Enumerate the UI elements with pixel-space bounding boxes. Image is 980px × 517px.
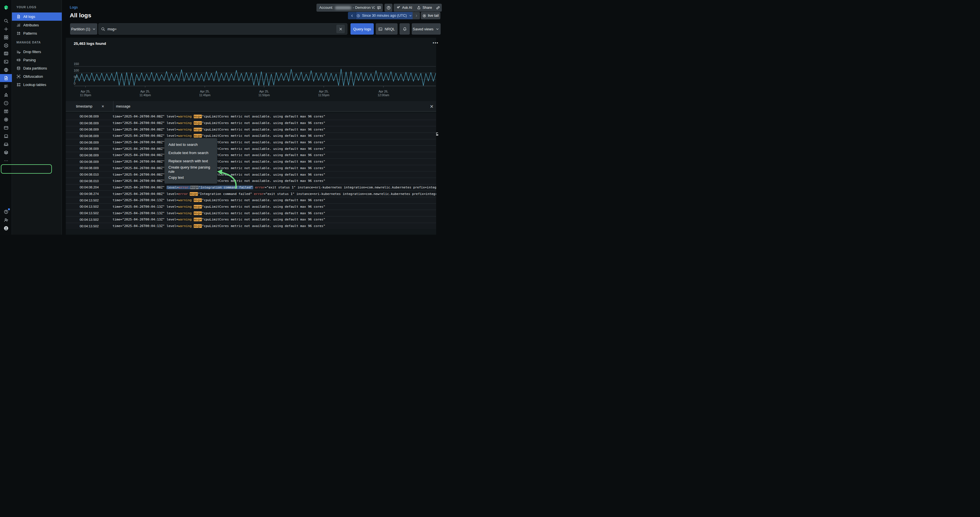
- x-axis-tick-label: Apr 25,11:55pm: [311, 90, 337, 97]
- sidebar-item-obfuscation[interactable]: Obfuscation: [12, 72, 62, 81]
- clear-search-button[interactable]: [336, 25, 345, 33]
- nav-rail: [0, 0, 12, 235]
- copy-link-button[interactable]: [434, 4, 442, 12]
- menu-item-replace-search-with-text[interactable]: Replace search with text: [164, 157, 217, 165]
- column-header-message[interactable]: message: [113, 101, 425, 112]
- menu-item-exclude-text-from-search[interactable]: Exclude text from search: [164, 149, 217, 157]
- rail-infrastructure-servers-icon[interactable]: [0, 107, 12, 115]
- table-row[interactable]: 00:04:08.009time="2025-04-26T00:04:08Z" …: [66, 152, 436, 158]
- sidebar-item-lookup-tables[interactable]: Lookup tables: [12, 81, 62, 89]
- log-search-input[interactable]: msg=: [99, 23, 347, 35]
- sidebar-item-parsing[interactable]: Parsing: [12, 56, 62, 64]
- obfuscation-eye-icon: [16, 74, 21, 78]
- message-cell: time="2025-04-26T00:04:13Z" level=warnin…: [113, 224, 436, 228]
- remove-column-button[interactable]: ✕: [102, 104, 104, 109]
- rail-help-question-icon[interactable]: [0, 208, 12, 216]
- timestamp-cell: 00:04:08.009: [66, 115, 113, 118]
- alert-bell-button[interactable]: [399, 23, 410, 35]
- sidebar-item-attributes[interactable]: Attributes: [12, 21, 62, 29]
- rail-entity-hexagon-icon[interactable]: [0, 41, 12, 49]
- rail-apm-target-icon[interactable]: [0, 115, 12, 124]
- share-icon: [417, 6, 421, 10]
- rail-mobile-device-icon[interactable]: [0, 132, 12, 140]
- table-row[interactable]: 00:04:08.009time="2025-04-26T00:04:08Z" …: [66, 139, 436, 145]
- time-picker: Since 30 minutes ago (UTC): [348, 12, 420, 19]
- menu-item-create-query-time-parsing-rule[interactable]: Create query time parsing rule: [164, 165, 217, 173]
- share-button[interactable]: Share: [414, 4, 435, 12]
- chart-plot-area[interactable]: [74, 64, 436, 88]
- panel-more-menu[interactable]: •••: [433, 41, 439, 45]
- query-logs-button[interactable]: Query logs: [350, 23, 374, 35]
- help-button[interactable]: [385, 4, 393, 12]
- live-tail-button[interactable]: live tail: [421, 12, 441, 19]
- sidebar-item-drop-filters[interactable]: Drop filters: [12, 48, 62, 56]
- nrql-button[interactable]: NRQL: [376, 23, 398, 35]
- bell-icon: [402, 27, 407, 31]
- drop-filter-icon: [16, 49, 21, 54]
- timestamp-cell: 00:04:08.274: [66, 192, 113, 196]
- table-row[interactable]: 00:04:08.009time="2025-04-26T00:04:08Z" …: [66, 158, 436, 165]
- rail-browser-window-icon[interactable]: [0, 124, 12, 132]
- table-row[interactable]: 00:04:08.009time="2025-04-26T00:04:08Z" …: [66, 165, 436, 171]
- table-row[interactable]: 00:04:08.274time="2025-04-26T00:04:08Z" …: [66, 190, 436, 197]
- table-row[interactable]: 00:04:08.009time="2025-04-26T00:04:08Z" …: [66, 126, 436, 132]
- rail-terminal-icon[interactable]: [0, 57, 12, 66]
- column-header-timestamp[interactable]: timestamp✕: [76, 101, 104, 112]
- terminal-icon: [378, 27, 383, 31]
- sidebar-item-patterns[interactable]: Patterns: [12, 29, 62, 37]
- ask-ai-button[interactable]: Ask AI: [394, 4, 415, 12]
- table-row[interactable]: 00:04:08.009time="2025-04-26T00:04:08Z" …: [66, 113, 436, 120]
- log-table-body: 00:04:08.009time="2025-04-26T00:04:08Z" …: [66, 113, 436, 229]
- table-close-button[interactable]: ✕: [430, 104, 434, 109]
- table-row[interactable]: 00:04:08.009time="2025-04-26T00:04:08Z" …: [66, 120, 436, 126]
- sidebar-item-all-logs[interactable]: All logs: [12, 13, 62, 21]
- rail-ai-robot-icon[interactable]: [0, 91, 12, 99]
- menu-item-add-text-to-search[interactable]: Add text to search: [164, 140, 217, 149]
- saved-views-dropdown[interactable]: Saved views: [412, 23, 441, 35]
- message-cell: time="2025-04-26T00:04:08Z" level=warnin…: [113, 115, 436, 118]
- time-back-button[interactable]: [348, 12, 356, 19]
- timestamp-cell: 00:04:08.010: [66, 173, 113, 176]
- table-row[interactable]: 00:04:13.502time="2025-04-26T00:04:13Z" …: [66, 203, 436, 210]
- menu-item-copy-text[interactable]: Copy text: [164, 173, 217, 182]
- table-header: timestamp✕ message ✕: [66, 101, 436, 112]
- rail-entity-explorer-icon[interactable]: [0, 49, 12, 57]
- table-row[interactable]: 00:04:08.009time="2025-04-26T00:04:08Z" …: [66, 132, 436, 139]
- rail-invite-user-icon[interactable]: [0, 216, 12, 224]
- account-picker[interactable]: Account: - Demotron V2: [317, 4, 380, 12]
- breadcrumb[interactable]: Logs: [70, 5, 78, 10]
- timestamp-cell: 00:04:08.009: [66, 128, 113, 131]
- message-cell: time="2025-04-26T00:04:08Z" level=warnin…: [113, 134, 436, 137]
- rail-more-ellipsis-icon[interactable]: [0, 156, 12, 165]
- table-row[interactable]: 00:04:08.204time="2025-04-26T00:04:08Z" …: [66, 184, 436, 191]
- log-volume-chart: 150100500 Apr 25,11:35pmApr 25,11:40pmAp…: [66, 49, 436, 97]
- rail-user-avatar-icon[interactable]: [0, 224, 12, 232]
- table-row[interactable]: 00:04:08.009time="2025-04-26T00:04:08Z" …: [66, 145, 436, 152]
- message-cell: time="2025-04-26T00:04:08Z" level=warnin…: [113, 179, 436, 183]
- rail-logs-document-icon[interactable]: [0, 74, 12, 82]
- table-row[interactable]: 00:04:13.502time="2025-04-26T00:04:13Z" …: [66, 197, 436, 203]
- rail-inbox-icon[interactable]: [0, 140, 12, 148]
- table-row[interactable]: 00:04:08.010time="2025-04-26T00:04:08Z" …: [66, 171, 436, 178]
- sidebar-item-data-partitions[interactable]: Data partitions: [12, 64, 62, 72]
- time-range-button[interactable]: Since 30 minutes ago (UTC): [356, 12, 413, 19]
- rail-search-icon[interactable]: [0, 17, 12, 25]
- y-axis-tick-label: 50: [74, 75, 86, 78]
- rail-globe-icon[interactable]: [0, 66, 12, 74]
- table-row[interactable]: 00:04:13.502time="2025-04-26T00:04:13Z" …: [66, 216, 436, 223]
- table-row[interactable]: 00:04:13.502time="2025-04-26T00:04:13Z" …: [66, 210, 436, 216]
- rail-new-relic-logo-icon[interactable]: [0, 3, 12, 12]
- message-cell: time="2025-04-26T00:04:08Z" level=error …: [113, 192, 436, 196]
- rail-alert-octagon-icon[interactable]: [0, 99, 12, 107]
- rail-plus-icon[interactable]: [0, 25, 12, 33]
- partition-dropdown[interactable]: Partition (1): [70, 23, 97, 35]
- rail-stacks-layers-icon[interactable]: [0, 148, 12, 156]
- table-row[interactable]: 00:04:08.010time="2025-04-26T00:04:08Z" …: [66, 178, 436, 184]
- account-suffix: - Demotron V2: [353, 6, 376, 10]
- link-icon: [436, 6, 440, 10]
- rail-list-lines-icon[interactable]: [0, 82, 12, 91]
- table-row[interactable]: 00:04:13.502time="2025-04-26T00:04:13Z" …: [66, 223, 436, 229]
- rail-dashboards-grid-icon[interactable]: [0, 33, 12, 41]
- time-forward-button[interactable]: [413, 12, 420, 19]
- feedback-button[interactable]: [375, 4, 383, 12]
